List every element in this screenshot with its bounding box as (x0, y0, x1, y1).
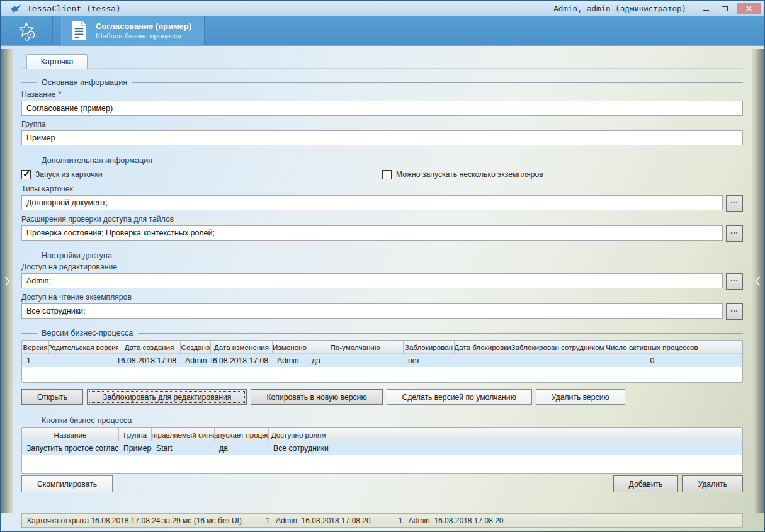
edit-access-label: Доступ на редактирование (21, 263, 743, 272)
versions-grid: Версия Родительская версия Дата создания… (21, 340, 743, 383)
maximize-button[interactable] (715, 3, 734, 14)
lock-for-edit-button[interactable]: Заблокировать для редактирования (87, 389, 247, 405)
section-process-buttons: Кнопки бизнес-процесса (21, 416, 743, 426)
app-title: TessaClient (tessa) (27, 4, 121, 13)
cell-modified-by: Admin (273, 356, 307, 365)
column-header[interactable]: Заблокирован сотрудником (511, 341, 604, 353)
name-input[interactable] (21, 101, 743, 116)
process-buttons-grid-empty-area (22, 455, 742, 473)
chevron-right-icon (4, 276, 10, 286)
column-header[interactable]: Группа (119, 428, 152, 441)
tile-access-label: Расширения проверки доступа для тайлов (21, 215, 743, 224)
cell-button-group: Примеры (119, 444, 152, 453)
cell-is-locked: нет (404, 356, 455, 365)
ellipsis-icon: … (730, 196, 739, 205)
close-button[interactable] (737, 3, 761, 14)
column-header[interactable]: Название (22, 428, 119, 441)
cell-button-name: Запустить простое согласование (22, 444, 119, 453)
cell-version: 1 (22, 356, 49, 365)
tab-card[interactable]: Карточка (26, 54, 88, 69)
read-access-input[interactable] (21, 303, 723, 319)
tessa-bird-logo-icon (10, 4, 22, 13)
status-card-opened: Карточка открыта 16.08.2018 17:08:24 за … (27, 516, 242, 525)
compile-button[interactable]: Скомпилировать (21, 475, 113, 492)
cell-starts-process: да (215, 444, 269, 453)
section-additional-info: Дополнительная информация (21, 156, 743, 166)
cell-signal: Start (152, 444, 215, 453)
spacer (116, 475, 609, 492)
column-header-filler (329, 428, 742, 441)
column-header[interactable]: Отправляемый сигнал (152, 428, 215, 441)
read-access-label: Доступ на чтение экземпляров (21, 293, 743, 302)
bottom-actions-row: Скомпилировать Добавить Удалить (21, 475, 743, 492)
card-form: Карточка Основная информация Название* Г… (21, 54, 743, 528)
section-access-settings: Настройки доступа (21, 251, 743, 261)
chevron-down-icon (24, 33, 30, 44)
section-versions: Версии бизнес-процесса (21, 328, 743, 338)
open-version-button[interactable]: Открыть (21, 389, 83, 405)
column-header[interactable]: Доступно ролям (269, 428, 329, 441)
group-field-label: Группа (21, 120, 743, 129)
multiple-instances-checkbox[interactable]: ✓ (382, 170, 392, 179)
version-actions-row: Открыть Заблокировать для редактирования… (21, 389, 743, 405)
delete-version-button[interactable]: Удалить версию (536, 389, 625, 405)
ellipsis-icon: … (730, 304, 739, 314)
edit-access-select-button[interactable]: … (726, 273, 743, 290)
status-bar: Карточка открыта 16.08.2018 17:08:24 за … (21, 513, 743, 528)
read-access-select-button[interactable]: … (726, 303, 743, 320)
run-from-card-label: Запуск из карточки (35, 170, 103, 179)
versions-grid-header: Версия Родительская версия Дата создания… (22, 341, 742, 354)
maximize-icon (722, 6, 728, 11)
app-window: TessaClient (tessa) Admin, admin (админи… (0, 0, 765, 532)
card-tile-title: Согласование (пример) (96, 21, 191, 31)
cell-active-processes: 0 (604, 356, 700, 365)
card-tile-texts: Согласование (пример) Шаблон бизнес-проц… (96, 21, 191, 40)
card-types-label: Типы карточек (21, 184, 743, 194)
edit-access-input[interactable] (21, 273, 723, 288)
minimize-button[interactable] (696, 3, 715, 14)
copy-to-new-version-button[interactable]: Копировать в новую версию (251, 389, 382, 405)
column-header[interactable]: Создано (181, 341, 211, 353)
minimize-icon (703, 10, 709, 11)
multiple-instances-label: Можно запускать несколько экземпляров (396, 170, 543, 179)
left-panel-expander[interactable] (1, 49, 13, 513)
column-header[interactable]: Родительская версия (49, 341, 118, 353)
titlebar: TessaClient (tessa) Admin, admin (админи… (1, 1, 764, 16)
process-buttons-grid-row-selected[interactable]: Запустить простое согласование Примеры S… (22, 441, 742, 455)
status-modified-info: 1: Admin 16.08.2018 17:08:20 (399, 516, 504, 525)
versions-grid-row-selected[interactable]: 1 16.08.2018 17:08 Admin 16.08.2018 17:0… (22, 354, 742, 367)
current-user-info: Admin, admin (администратор) (553, 4, 686, 13)
column-header[interactable]: Заблокирован (404, 341, 455, 353)
favorites-tile[interactable] (1, 16, 53, 45)
column-header[interactable]: Число активных процессов (604, 341, 700, 353)
column-header[interactable]: Дата блокировки (455, 341, 511, 353)
tile-access-select-button[interactable]: … (726, 225, 743, 242)
column-header[interactable]: Версия (22, 341, 49, 353)
required-mark: * (58, 90, 61, 99)
column-header[interactable]: Дата изменения (211, 341, 273, 353)
check-icon: ✓ (23, 168, 31, 179)
card-types-select-button[interactable]: … (726, 195, 743, 212)
column-header[interactable]: Дата создания (118, 341, 181, 353)
ribbon-toolbar: Согласование (пример) Шаблон бизнес-проц… (1, 16, 764, 46)
run-from-card-checkbox[interactable]: ✓ (21, 170, 31, 179)
chevron-left-icon (755, 276, 761, 286)
group-input[interactable] (21, 130, 743, 145)
document-icon (71, 20, 88, 41)
tile-access-input[interactable] (21, 225, 723, 241)
delete-button[interactable]: Удалить (682, 475, 743, 492)
close-icon (745, 5, 752, 12)
column-header[interactable]: По-умолчанию (307, 341, 404, 353)
versions-grid-empty-area (22, 367, 742, 382)
process-buttons-grid-header: Название Группа Отправляемый сигнал Запу… (22, 428, 742, 441)
active-card-tile[interactable]: Согласование (пример) Шаблон бизнес-проц… (61, 16, 205, 45)
add-button[interactable]: Добавить (613, 475, 679, 492)
column-header[interactable]: Запускает процесс (215, 428, 269, 441)
content-area: Карточка Основная информация Название* Г… (1, 46, 764, 531)
column-header-filler (700, 341, 742, 353)
card-types-input[interactable] (21, 195, 723, 210)
name-field-label: Название* (21, 90, 743, 99)
right-panel-expander[interactable] (752, 49, 764, 513)
make-default-version-button[interactable]: Сделать версией по умолчанию (387, 389, 532, 405)
column-header[interactable]: Изменено (273, 341, 307, 353)
